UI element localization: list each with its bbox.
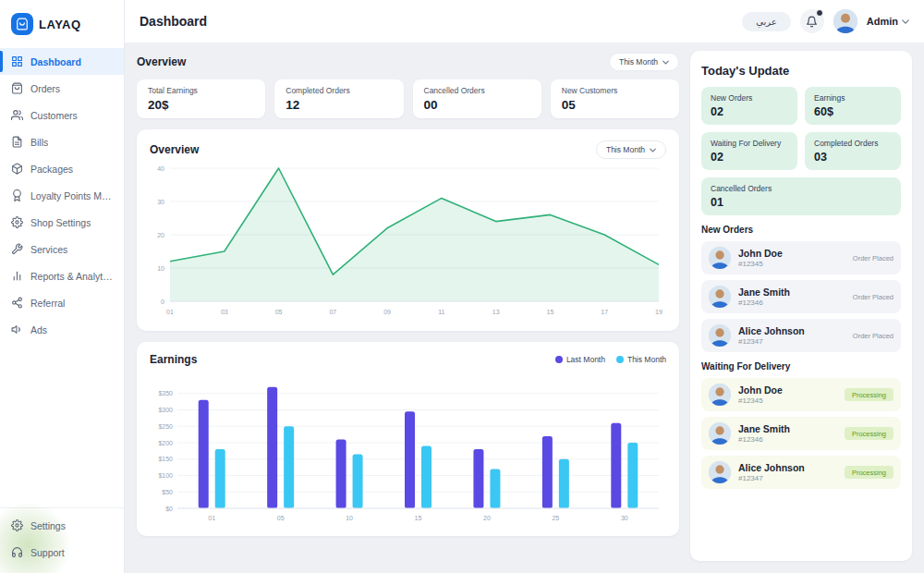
stat-card-total-earnings: Total Earnings20$: [137, 79, 265, 118]
stat-label: Cancelled Orders: [711, 184, 892, 193]
legend-last-month: Last Month: [555, 355, 605, 364]
stat-card-completed-orders: Completed Orders12: [274, 79, 403, 118]
filter-label: This Month: [619, 57, 658, 67]
stat-value: 00: [424, 98, 530, 112]
sidebar-item-reports-analytics[interactable]: Reports & Analytics: [0, 262, 124, 289]
svg-text:$350: $350: [158, 390, 173, 396]
order-item[interactable]: Jane Smith#12346Processing: [701, 417, 901, 450]
shop-settings-icon: [11, 216, 23, 228]
overview-filter-dropdown[interactable]: This Month: [609, 53, 679, 71]
user-avatar[interactable]: [833, 9, 857, 33]
sidebar-item-label: Customers: [30, 110, 78, 121]
overview-section-header: Overview This Month: [137, 53, 679, 71]
order-status-text: Order Placed: [853, 254, 894, 262]
svg-text:15: 15: [415, 515, 422, 521]
sidebar-item-support[interactable]: Support: [0, 539, 124, 566]
order-item[interactable]: Jane Smith#12346Order Placed: [701, 280, 901, 313]
sidebar-item-customers[interactable]: Customers: [0, 102, 124, 128]
packages-icon: [11, 163, 23, 175]
stat-label: Total Earnings: [148, 86, 254, 95]
bell-icon: [806, 16, 818, 28]
referral-icon: [11, 297, 23, 309]
avatar: [709, 286, 731, 308]
avatar: [709, 247, 731, 269]
sidebar-item-label: Referral: [30, 298, 65, 309]
todays-update-stats: New Orders02Earnings60$Waiting For Deliv…: [701, 87, 901, 215]
svg-text:20: 20: [157, 232, 164, 238]
stat-value: 01: [711, 196, 892, 209]
sidebar-item-label: Reports & Analytics: [30, 271, 113, 282]
sidebar-item-label: Packages: [30, 164, 73, 175]
stat-label: New Customers: [562, 86, 668, 95]
sidebar-item-services[interactable]: Services: [0, 236, 124, 262]
overview-line-chart: 01020304001030507091113151719: [150, 161, 666, 320]
sidebar-item-referral[interactable]: Referral: [0, 289, 124, 316]
overview-chart-card: Overview This Month 01020304001030507091…: [137, 129, 679, 331]
order-item[interactable]: John Doe#12345Processing: [701, 378, 901, 411]
sidebar-item-ads[interactable]: Ads: [0, 316, 124, 343]
stat-label: Completed Orders: [814, 139, 892, 148]
orders-icon: [11, 82, 23, 94]
svg-text:$100: $100: [158, 472, 173, 479]
svg-text:11: 11: [438, 309, 444, 315]
order-id: #12345: [738, 396, 783, 405]
svg-text:25: 25: [552, 515, 559, 521]
svg-text:30: 30: [157, 199, 164, 205]
new-orders-list: John Doe#12345Order PlacedJane Smith#123…: [701, 241, 901, 352]
stat-value: 02: [711, 105, 788, 118]
svg-text:01: 01: [208, 515, 215, 521]
sidebar-item-shop-settings[interactable]: Shop Settings: [0, 209, 124, 236]
page-title: Dashboard: [140, 14, 207, 29]
sidebar-item-dashboard[interactable]: Dashboard: [0, 48, 124, 75]
loyalty-icon: [11, 189, 23, 201]
language-toggle-button[interactable]: عربي: [742, 12, 791, 31]
chevron-down-icon: [902, 19, 909, 24]
legend-label: This Month: [627, 355, 666, 364]
svg-text:$0: $0: [165, 506, 173, 512]
settings-icon: [11, 519, 23, 531]
order-item[interactable]: Alice Johnson#12347Processing: [701, 456, 901, 489]
svg-text:19: 19: [655, 309, 663, 315]
stat-label: Cancelled Orders: [424, 86, 530, 95]
notifications-button[interactable]: [800, 9, 824, 33]
sidebar-item-bills[interactable]: Bills: [0, 128, 124, 155]
svg-text:0: 0: [161, 299, 164, 305]
avatar: [709, 461, 731, 483]
sidebar-item-orders[interactable]: Orders: [0, 75, 124, 102]
earnings-chart-title: Earnings: [150, 353, 197, 366]
earnings-chart-header: Earnings Last Month This Month: [150, 353, 666, 366]
legend-this-month: This Month: [616, 355, 666, 364]
order-item[interactable]: John Doe#12345Order Placed: [701, 241, 901, 274]
svg-text:20: 20: [483, 515, 491, 521]
new-orders-title: New Orders: [701, 225, 901, 235]
overview-chart-filter-dropdown[interactable]: This Month: [596, 140, 666, 159]
svg-text:40: 40: [157, 165, 164, 172]
svg-text:05: 05: [277, 515, 285, 521]
overview-chart-title: Overview: [150, 143, 199, 156]
order-status-text: Order Placed: [853, 293, 894, 301]
avatar: [709, 422, 731, 445]
earnings-bar-chart: $0$50$100$150$200$250$300$35001051015202…: [150, 368, 666, 525]
legend-label: Last Month: [566, 355, 605, 364]
customer-name: Alice Johnson: [738, 462, 805, 475]
services-icon: [11, 243, 23, 255]
stat-card-cancelled-orders: Cancelled Orders00: [413, 79, 541, 118]
user-menu[interactable]: Admin: [867, 16, 909, 27]
sidebar-item-settings[interactable]: Settings: [0, 512, 124, 539]
dashboard-icon: [11, 55, 23, 67]
sidebar-item-label: Bills: [30, 137, 48, 148]
order-item[interactable]: Alice Johnson#12347Order Placed: [701, 319, 901, 352]
topbar-actions: عربي Admin: [742, 9, 909, 33]
bills-icon: [11, 136, 23, 148]
stat-value: 03: [814, 151, 892, 164]
stat-value: 02: [711, 151, 788, 164]
legend-dot-last-month: [555, 356, 563, 363]
today-stat-new-orders: New Orders02: [701, 87, 797, 125]
svg-text:$150: $150: [158, 456, 173, 462]
sidebar-item-loyalty-points-manage[interactable]: Loyalty Points Manage...: [0, 182, 124, 209]
sidebar-item-packages[interactable]: Packages: [0, 155, 124, 182]
svg-text:30: 30: [621, 515, 628, 521]
waiting-delivery-list: John Doe#12345ProcessingJane Smith#12346…: [701, 378, 901, 489]
chevron-down-icon: [650, 148, 656, 152]
support-icon: [11, 546, 23, 558]
